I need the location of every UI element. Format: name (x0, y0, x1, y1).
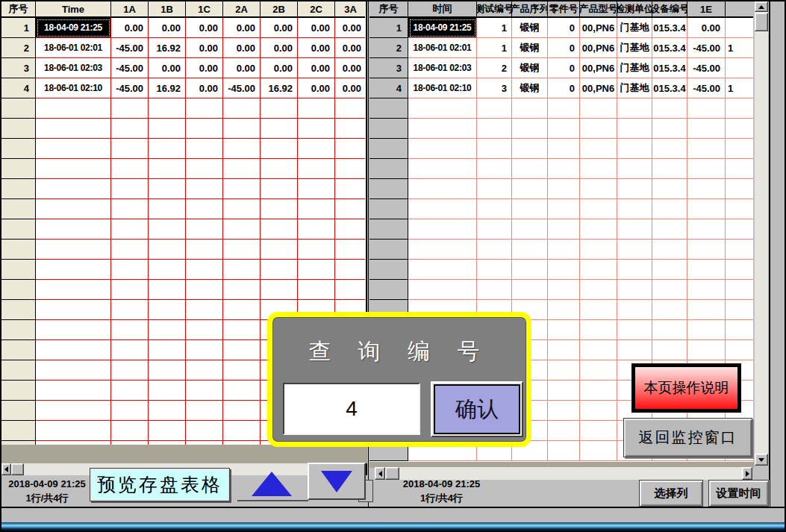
grid-cell[interactable]: 0.00 (335, 78, 365, 98)
grid-cell[interactable]: -45.00 (111, 38, 149, 58)
time-cell[interactable]: 18-04-09 21:25 (36, 18, 111, 38)
scroll-up-triangle-icon[interactable] (252, 472, 292, 496)
grid-cell[interactable]: 1 (726, 38, 753, 58)
grid-cell[interactable]: 门基地 (617, 58, 652, 78)
left-hscroll-thumb[interactable] (11, 463, 24, 475)
grid-cell[interactable]: 0.00 (111, 18, 149, 38)
grid-cell[interactable]: 0.00 (335, 38, 365, 58)
table-row: 318-06-01 02:03-45.000.000.000.000.000.0… (1, 58, 365, 78)
grid-cell[interactable]: 0.00 (186, 78, 223, 98)
grid-cell[interactable]: 门基地 (617, 18, 652, 38)
grid-cell[interactable]: 0.00 (335, 18, 365, 38)
grid-cell[interactable]: -45.00 (223, 78, 261, 98)
grid-cell[interactable]: 0.00 (223, 38, 261, 58)
time-cell[interactable]: 18-06-01 02:01 (408, 38, 477, 58)
scroll-up-icon[interactable] (755, 1, 768, 12)
grid-cell[interactable]: 16.92 (149, 38, 186, 58)
grid-cell[interactable]: 门基地 (617, 78, 652, 98)
row-number-cell[interactable]: 2 (1, 38, 36, 58)
grid-cell[interactable]: 0.00 (186, 58, 223, 78)
query-number-input[interactable] (283, 383, 420, 435)
confirm-button[interactable]: 确认 (431, 381, 523, 437)
grid-cell[interactable]: 16.92 (149, 78, 186, 98)
grid-cell[interactable]: 锻钢 (512, 38, 548, 58)
time-cell[interactable]: 18-04-09 21:25 (408, 18, 477, 38)
row-number-cell[interactable]: 3 (1, 58, 36, 78)
grid-header-cell: 序号 (369, 1, 408, 18)
grid-cell[interactable]: 0.00 (186, 38, 223, 58)
row-number-cell[interactable]: 4 (1, 78, 36, 98)
grid-cell[interactable]: 00,PN6 (580, 78, 617, 98)
grid-cell[interactable]: 00,PN6 (580, 38, 617, 58)
right-vscroll-thumb[interactable] (755, 13, 768, 31)
grid-cell[interactable]: 1 (726, 78, 753, 98)
grid-cell[interactable]: 0 (548, 78, 580, 98)
grid-cell[interactable]: 0.00 (261, 18, 298, 38)
grid-cell[interactable]: 3 (477, 78, 512, 98)
grid-cell[interactable]: 0.00 (298, 38, 335, 58)
grid-cell[interactable]: 0 (548, 18, 580, 38)
row-number-cell (1, 340, 36, 360)
grid-cell[interactable]: 锻钢 (512, 78, 548, 98)
time-cell[interactable]: 18-06-01 02:10 (408, 78, 477, 98)
scroll-down-button[interactable] (308, 463, 366, 500)
grid-cell[interactable] (726, 58, 753, 78)
scroll-right-icon[interactable] (742, 467, 752, 480)
grid-cell[interactable]: 0.00 (687, 18, 726, 38)
grid-cell[interactable]: 0.00 (298, 58, 335, 78)
grid-cell[interactable]: 0.00 (149, 18, 186, 38)
grid-cell[interactable]: 锻钢 (512, 18, 548, 38)
grid-cell[interactable]: 00,PN6 (580, 18, 617, 38)
grid-cell[interactable]: -45.00 (111, 78, 149, 98)
grid-cell (335, 199, 365, 219)
grid-cell[interactable]: 2 (477, 58, 512, 78)
time-cell[interactable]: 18-06-01 02:03 (36, 58, 111, 78)
grid-cell[interactable]: 015.3.4 (652, 58, 687, 78)
row-number-cell[interactable]: 2 (369, 38, 408, 58)
grid-cell[interactable]: 0.00 (186, 18, 223, 38)
grid-cell[interactable]: 0.00 (261, 38, 298, 58)
right-vertical-scrollbar[interactable] (755, 1, 768, 466)
grid-cell[interactable]: -45.00 (111, 58, 149, 78)
grid-cell[interactable]: 1 (477, 38, 512, 58)
grid-cell[interactable]: 16.92 (261, 78, 298, 98)
grid-cell[interactable]: 1 (477, 18, 512, 38)
grid-cell[interactable]: 015.3.4 (652, 18, 687, 38)
grid-cell[interactable]: 0.00 (223, 18, 261, 38)
back-to-monitor-button[interactable]: 返回监控窗口 (623, 418, 752, 457)
grid-cell[interactable]: 0.00 (149, 58, 186, 78)
grid-cell[interactable]: 015.3.4 (652, 38, 687, 58)
grid-cell[interactable]: 0.00 (335, 58, 365, 78)
grid-cell (580, 320, 617, 340)
grid-cell[interactable]: 0.00 (298, 78, 335, 98)
grid-cell[interactable]: 0.00 (223, 58, 261, 78)
grid-cell[interactable]: 00,PN6 (580, 58, 617, 78)
grid-cell[interactable]: -45.00 (687, 78, 726, 98)
grid-cell[interactable]: 0.00 (298, 18, 335, 38)
row-number-cell[interactable]: 1 (369, 18, 408, 38)
set-time-button[interactable]: 设置时间 (708, 480, 769, 507)
page-help-button[interactable]: 本页操作说明 (631, 363, 741, 413)
grid-cell[interactable]: 015.3.4 (652, 78, 687, 98)
scroll-down-icon[interactable] (755, 454, 768, 466)
row-number-cell[interactable]: 3 (369, 58, 408, 78)
grid-cell[interactable]: 0 (548, 38, 580, 58)
time-cell[interactable]: 18-06-01 02:03 (408, 58, 477, 78)
grid-cell[interactable] (726, 18, 753, 38)
select-columns-button[interactable]: 选择列 (639, 480, 703, 507)
grid-header-cell: 零件号 (548, 1, 580, 18)
grid-cell (223, 219, 261, 240)
grid-cell[interactable]: 0.00 (261, 58, 298, 78)
time-cell[interactable]: 18-06-01 02:01 (36, 38, 111, 58)
grid-cell[interactable]: -45.00 (687, 38, 726, 58)
grid-cell[interactable]: 锻钢 (512, 58, 548, 78)
bottom-margin (1, 508, 785, 522)
preview-saved-table-button[interactable]: 预览存盘表格 (90, 468, 230, 501)
row-number-cell[interactable]: 1 (1, 18, 36, 38)
grid-cell[interactable]: -45.00 (687, 58, 726, 78)
grid-cell[interactable]: 门基地 (617, 38, 652, 58)
grid-cell[interactable]: 0 (548, 58, 580, 78)
row-number-cell[interactable]: 4 (369, 78, 408, 98)
scroll-left-icon[interactable] (1, 463, 11, 475)
time-cell[interactable]: 18-06-01 02:10 (36, 78, 111, 98)
